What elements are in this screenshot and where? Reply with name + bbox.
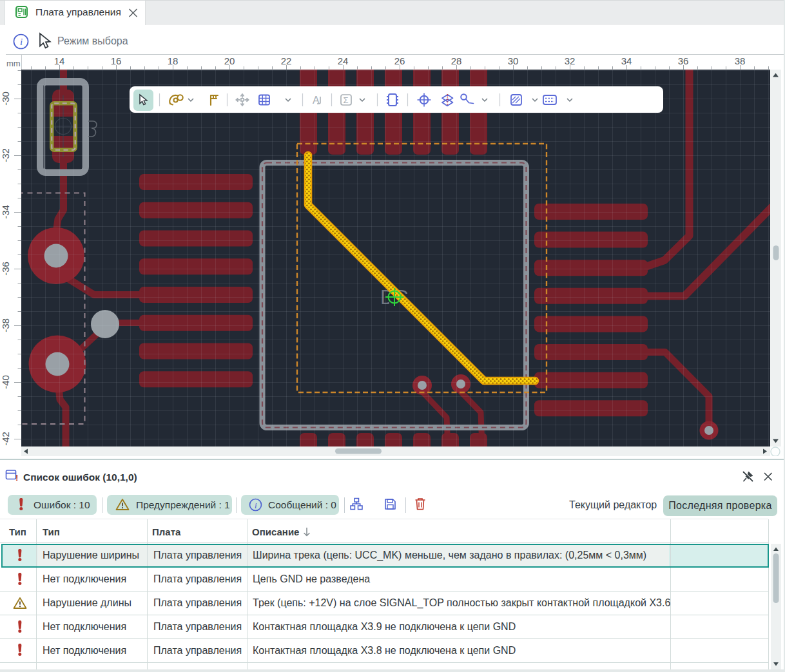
svg-text:34: 34 [621, 55, 632, 66]
svg-text:-42: -42 [0, 432, 11, 446]
svg-text:i: i [255, 501, 257, 510]
svg-text:20: 20 [224, 55, 235, 66]
svg-text:-34: -34 [0, 205, 11, 219]
svg-text:mm: mm [6, 59, 21, 68]
svg-text:16: 16 [111, 55, 122, 66]
svg-text:-30: -30 [0, 91, 11, 106]
svg-text:-38: -38 [0, 318, 11, 332]
svg-text:38: 38 [735, 55, 746, 66]
svg-text:28: 28 [451, 55, 462, 66]
svg-text:Σ: Σ [344, 95, 349, 105]
svg-text:18: 18 [168, 55, 179, 66]
svg-text:-32: -32 [0, 148, 11, 162]
svg-text:-36: -36 [0, 262, 11, 276]
svg-text:22: 22 [281, 55, 292, 66]
svg-text:-40: -40 [0, 375, 11, 389]
svg-text:26: 26 [394, 55, 405, 66]
svg-text:32: 32 [565, 55, 576, 66]
svg-text:30: 30 [508, 55, 519, 66]
svg-text:!: ! [15, 473, 18, 483]
svg-text:14: 14 [54, 55, 65, 66]
svg-text:24: 24 [338, 55, 349, 66]
svg-text:36: 36 [678, 55, 689, 66]
svg-text:i: i [20, 37, 23, 47]
